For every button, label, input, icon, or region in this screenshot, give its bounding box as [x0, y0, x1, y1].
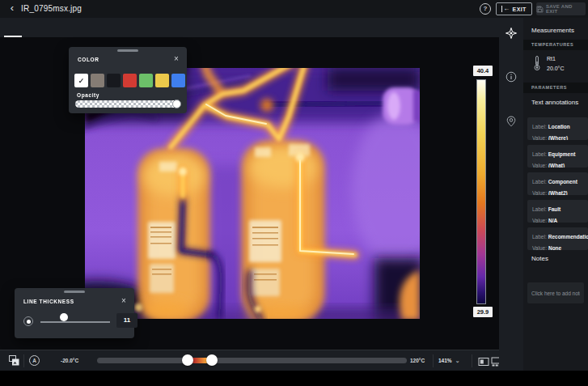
measurement-name: Rt1	[547, 56, 556, 62]
chevron-down-icon: ⌄	[455, 358, 460, 363]
notes-title: Notes	[531, 255, 548, 262]
close-icon[interactable]: ×	[171, 54, 181, 64]
close-icon[interactable]: ×	[119, 296, 129, 306]
location-tab[interactable]	[506, 116, 517, 127]
auto-icon: A	[32, 358, 36, 363]
save-icon	[536, 6, 544, 13]
annotation-card[interactable]: Label:Recommendation Value:None	[527, 227, 588, 250]
annotation-value: N/A	[548, 218, 557, 223]
header-bar: ‹ IR_0795msx.jpg ? ← EXIT SAVE AND EXIT	[0, 0, 588, 18]
opacity-label: Opacity	[77, 92, 99, 98]
image-canvas[interactable]: 40.4 29.9 COLOR × ✓ Opacity	[0, 37, 499, 350]
color-swatch-black[interactable]	[107, 74, 121, 87]
color-swatch-yellow[interactable]	[155, 74, 169, 87]
temperature-range-slider[interactable]	[97, 358, 407, 363]
annotation-card[interactable]: Label:Location Value:(Where)	[527, 117, 588, 140]
range-handle-high[interactable]	[206, 354, 218, 366]
parameters-header: PARAMETERS	[523, 83, 588, 93]
exit-arrow-icon: ←	[501, 6, 510, 12]
check-icon: ✓	[78, 77, 85, 85]
opacity-slider-handle[interactable]	[172, 100, 181, 108]
back-icon: ‹	[11, 2, 14, 14]
annotations-title: Text annotations	[531, 99, 578, 106]
scale-min-label: 29.9	[473, 307, 493, 317]
annotation-value-key: Value:	[532, 135, 547, 140]
sidebar-rail	[499, 18, 523, 371]
color-swatch-gray[interactable]	[91, 74, 104, 87]
app-window: ‹ IR_0795msx.jpg ? ← EXIT SAVE AND EXIT	[0, 0, 588, 386]
bottom-bar: A -20.0°C 120°C 141%⌄	[0, 350, 501, 371]
annotation-value: None	[548, 245, 561, 250]
annotation-value-key: Value:	[532, 163, 547, 168]
annotation-label-key: Label:	[532, 234, 547, 240]
location-pin-icon	[506, 116, 517, 127]
measurements-panel: Measurements TEMPERATURES Rt1 20.0°C PAR…	[523, 18, 588, 371]
crosshair-icon	[506, 28, 517, 39]
temperature-scale-bar	[476, 79, 486, 304]
popup-drag-handle[interactable]	[64, 291, 85, 293]
thickness-slider-handle[interactable]	[60, 313, 68, 321]
annotation-label: Recommendation	[548, 234, 588, 240]
color-popup: COLOR × ✓ Opacity	[69, 47, 187, 113]
thickness-value: 11	[116, 313, 137, 328]
range-handle-low[interactable]	[182, 354, 193, 366]
annotation-value: (Where)	[548, 135, 568, 140]
measurement-value: 20.0°C	[547, 66, 564, 71]
zoom-level-value: 141%	[438, 358, 452, 363]
annotation-card[interactable]: Label:Equipment Value:(What)	[527, 145, 588, 168]
thickness-preview-icon	[23, 316, 33, 326]
temperatures-header: TEMPERATURES	[523, 40, 588, 50]
bottom-divider	[433, 354, 434, 367]
panel-title: Measurements	[531, 27, 574, 34]
popup-drag-handle[interactable]	[117, 49, 138, 52]
annotation-value: (What)	[548, 163, 565, 168]
color-popup-title: COLOR	[78, 57, 99, 62]
info-icon	[506, 71, 517, 83]
annotation-label-key: Label:	[532, 124, 547, 129]
exit-label: EXIT	[513, 6, 527, 12]
zoom-dropdown[interactable]: 141%⌄	[438, 350, 460, 371]
scale-max-label: 40.4	[473, 66, 493, 76]
line-thickness-title: LINE THICKNESS	[23, 299, 74, 304]
annotation-value-key: Value:	[532, 190, 547, 195]
exit-button[interactable]: ← EXIT	[496, 2, 532, 15]
bottom-divider	[23, 354, 24, 367]
file-title: IR_0795msx.jpg	[21, 0, 82, 18]
annotation-value: (What2)	[548, 190, 568, 195]
color-swatch-blue[interactable]	[171, 74, 185, 87]
measurements-tab[interactable]	[506, 28, 517, 39]
annotation-label-key: Label:	[532, 206, 547, 212]
annotation-value-key: Value:	[532, 218, 547, 223]
annotation-card[interactable]: Label:Fault Value:N/A	[527, 200, 588, 223]
back-button[interactable]: ‹	[6, 0, 18, 18]
help-button[interactable]: ?	[480, 3, 491, 15]
annotation-toolbar: DONE CANCEL	[0, 18, 499, 37]
annotation-label: Fault	[548, 206, 561, 212]
range-min-label: -20.0°C	[61, 350, 78, 371]
range-max-label: 120°C	[410, 350, 425, 371]
swatch-row: ✓	[74, 74, 185, 87]
image-mode-icon	[8, 354, 20, 367]
save-and-exit-button[interactable]: SAVE AND EXIT	[536, 2, 586, 15]
save-and-exit-label: SAVE AND EXIT	[546, 4, 586, 14]
bottom-divider	[472, 354, 472, 367]
thermometer-icon	[533, 55, 541, 74]
line-thickness-popup: LINE THICKNESS × 11	[15, 288, 134, 338]
fit-view-icon	[478, 357, 489, 367]
color-swatch-red[interactable]	[123, 74, 137, 87]
help-icon: ?	[484, 5, 488, 12]
image-mode-button[interactable]	[6, 354, 22, 367]
thickness-slider[interactable]	[40, 316, 110, 326]
info-tab[interactable]	[506, 71, 517, 83]
color-swatch-green[interactable]	[139, 74, 153, 87]
annotation-label: Location	[548, 124, 570, 129]
annotation-label-key: Label:	[532, 179, 547, 185]
annotation-value-key: Value:	[532, 245, 547, 250]
notes-input[interactable]	[527, 282, 584, 303]
auto-scale-button[interactable]: A	[29, 355, 40, 366]
color-swatch-white[interactable]: ✓	[74, 74, 88, 87]
opacity-slider[interactable]	[75, 100, 180, 108]
annotation-card[interactable]: Label:Component Value:(What2)	[527, 172, 588, 195]
annotation-label-key: Label:	[532, 151, 547, 157]
annotation-label: Component	[548, 179, 577, 185]
